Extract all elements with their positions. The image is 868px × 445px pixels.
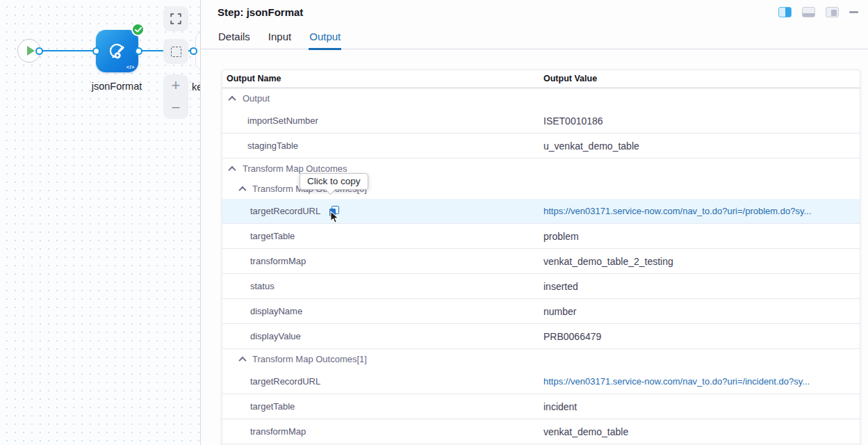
panel-window-controls bbox=[778, 7, 858, 17]
table-row: targetTable problem bbox=[222, 224, 860, 249]
minimize-icon[interactable] bbox=[849, 11, 858, 13]
popout-icon[interactable] bbox=[826, 7, 839, 17]
dock-bottom-icon[interactable] bbox=[802, 7, 815, 17]
success-check-icon bbox=[131, 23, 145, 36]
record-url-link[interactable]: https://ven03171.service-now.com/nav_to.… bbox=[543, 206, 811, 216]
play-icon bbox=[27, 46, 35, 56]
step-node-jsonformat[interactable]: </> bbox=[96, 30, 138, 72]
table-row: targetRecordURL https://ven03171.service… bbox=[222, 369, 860, 394]
zoom-out-button[interactable]: − bbox=[163, 97, 188, 119]
tab-output[interactable]: Output bbox=[309, 28, 341, 50]
tab-bar: Details Input Output bbox=[201, 28, 868, 49]
chevron-up-icon[interactable] bbox=[238, 356, 246, 364]
zoom-controls: + − bbox=[163, 74, 188, 119]
column-header-output-value: Output Value bbox=[543, 74, 597, 83]
flow-canvas[interactable]: </> jsonFormat ke + − bbox=[0, 0, 200, 445]
table-row: displayValue PRB0066479 bbox=[222, 324, 860, 349]
connector-dot[interactable] bbox=[92, 47, 100, 55]
marquee-select-icon bbox=[171, 47, 181, 57]
fit-to-screen-button[interactable] bbox=[163, 6, 188, 31]
tab-details[interactable]: Details bbox=[218, 28, 251, 49]
table-row: transformMap venkat_demo_table bbox=[222, 419, 860, 444]
table-row: transformMap venkat_demo_table_2_testing bbox=[222, 249, 860, 274]
column-header-output-name: Output Name bbox=[227, 74, 281, 83]
table-row: stagingTable u_venkat_demo_table bbox=[222, 134, 860, 159]
flow-edge bbox=[39, 50, 96, 52]
table-row: importSetNumber ISET0010186 bbox=[222, 108, 860, 134]
connector-dot[interactable] bbox=[135, 47, 142, 55]
record-url-link[interactable]: https://ven03171.service-now.com/nav_to.… bbox=[543, 376, 810, 387]
table-row: displayName number bbox=[222, 299, 860, 324]
mouse-cursor bbox=[329, 211, 340, 227]
app-window: </> jsonFormat ke + − Step: jsonFormat bbox=[0, 0, 868, 445]
chevron-up-icon[interactable] bbox=[238, 186, 246, 193]
dock-right-icon[interactable] bbox=[778, 7, 792, 17]
panel-title: Step: jsonFormat bbox=[218, 6, 303, 18]
connector-dot[interactable] bbox=[190, 47, 197, 55]
section-row-output: Output bbox=[222, 88, 860, 108]
tooltip-click-to-copy: Click to copy bbox=[300, 173, 368, 190]
table-header: Output Name Output Value bbox=[222, 70, 860, 88]
table-row: status inserted bbox=[222, 274, 860, 299]
zoom-in-button[interactable]: + bbox=[163, 74, 188, 97]
code-icon: </> bbox=[126, 64, 135, 70]
output-table: Output Name Output Value Output importSe… bbox=[222, 70, 860, 445]
tab-input[interactable]: Input bbox=[268, 28, 292, 49]
marquee-select-button[interactable] bbox=[163, 39, 188, 64]
chevron-up-icon[interactable] bbox=[228, 95, 236, 103]
node-label: jsonFormat bbox=[75, 81, 158, 92]
table-row: targetTable incident bbox=[222, 394, 860, 419]
section-row-transform-map-outcomes-1: Transform Map Outcomes[1] bbox=[222, 349, 860, 369]
chevron-up-icon[interactable] bbox=[228, 165, 236, 173]
fit-to-screen-icon bbox=[170, 13, 181, 24]
table-row-highlighted: targetRecordURL https://ven03171.service… bbox=[222, 199, 860, 224]
connector-dot[interactable] bbox=[35, 47, 43, 55]
transform-icon bbox=[107, 41, 128, 62]
step-detail-panel: Step: jsonFormat Details Input Output Ou… bbox=[200, 0, 868, 445]
